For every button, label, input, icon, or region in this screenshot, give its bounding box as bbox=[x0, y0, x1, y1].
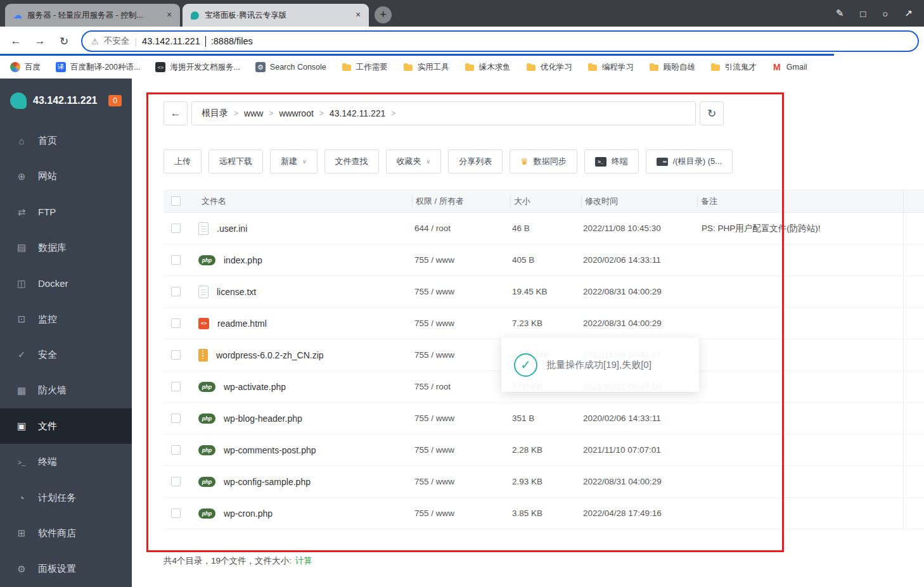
breadcrumb-separator: > bbox=[391, 109, 395, 118]
file-manager-content: ← 根目录>www>wwwroot>43.142.11.221> ↻ 上传远程下… bbox=[132, 79, 924, 587]
toolbar-upload-button[interactable]: 上传 bbox=[164, 149, 202, 174]
toolbar-terminal-button[interactable]: 终端 bbox=[584, 149, 639, 174]
file-name[interactable]: wordpress-6.0.2-zh_CN.zip bbox=[216, 350, 324, 360]
row-checkbox[interactable] bbox=[171, 319, 181, 328]
chevron-down-icon: ∨ bbox=[427, 158, 431, 165]
file-name[interactable]: index.php bbox=[224, 255, 262, 265]
toolbar-new-button[interactable]: 新建∨ bbox=[270, 149, 318, 174]
sidebar-item-settings[interactable]: ⚙面板设置 bbox=[0, 552, 132, 587]
sidebar-item-appstore[interactable]: ⊞软件商店 bbox=[0, 515, 132, 551]
sidebar-item-label: 终端 bbox=[38, 456, 57, 468]
sidebar-item-cron[interactable]: ◔计划任务 bbox=[0, 480, 132, 515]
sidebar-item-home[interactable]: ⌂首页 bbox=[0, 123, 132, 158]
sidebar-item-files[interactable]: ▣文件 bbox=[0, 408, 132, 444]
file-name[interactable]: .user.ini bbox=[217, 224, 247, 234]
file-name[interactable]: license.txt bbox=[217, 287, 256, 297]
row-checkbox[interactable] bbox=[171, 413, 181, 423]
php-file-icon bbox=[198, 255, 215, 265]
breadcrumb-item[interactable]: 43.142.11.221 bbox=[330, 108, 386, 118]
close-tab-icon[interactable]: × bbox=[164, 9, 175, 21]
breadcrumb-item[interactable]: www bbox=[244, 108, 263, 118]
gmail-icon: M bbox=[772, 62, 782, 72]
row-checkbox[interactable] bbox=[171, 477, 181, 486]
bookmark-label: 海拥开发文档服务... bbox=[170, 62, 240, 73]
server-logo[interactable]: 43.142.11.221 0 bbox=[0, 79, 132, 123]
sidebar-item-docker[interactable]: ◫Docker bbox=[0, 265, 132, 301]
row-checkbox[interactable] bbox=[171, 508, 181, 518]
file-permissions: 755 / www bbox=[412, 350, 510, 360]
sidebar-item-terminal[interactable]: >_终端 bbox=[0, 444, 132, 479]
ellipse-tool-icon[interactable]: ○ bbox=[882, 8, 888, 19]
refresh-directory-button[interactable]: ↻ bbox=[700, 101, 724, 125]
reload-icon[interactable]: ↻ bbox=[53, 30, 75, 52]
new-tab-button[interactable]: + bbox=[375, 6, 392, 23]
bookmark-item[interactable]: 百度 bbox=[10, 62, 41, 73]
row-checkbox[interactable] bbox=[171, 255, 181, 265]
file-name[interactable]: wp-config-sample.php bbox=[224, 477, 311, 487]
sidebar-item-ftp[interactable]: ⇄FTP bbox=[0, 194, 132, 230]
arrow-tool-icon[interactable]: ↗ bbox=[904, 8, 913, 19]
row-checkbox[interactable] bbox=[171, 224, 181, 233]
folder-icon bbox=[710, 62, 721, 72]
rectangle-tool-icon[interactable]: □ bbox=[860, 8, 866, 19]
toolbar-favorites-button[interactable]: 收藏夹∨ bbox=[386, 149, 442, 174]
toolbar-file-search-button[interactable]: 文件查找 bbox=[324, 149, 379, 174]
checkbox-cell bbox=[164, 287, 198, 296]
file-name[interactable]: wp-activate.php bbox=[224, 382, 286, 392]
table-row: license.txt755 / www19.45 KB2022/08/31 0… bbox=[164, 276, 924, 308]
tab-server-console[interactable]: ☁ 服务器 - 轻量应用服务器 - 控制... × bbox=[5, 4, 180, 27]
bookmark-item[interactable]: 译百度翻译-200种语... bbox=[56, 62, 140, 73]
filename-cell: wp-config-sample.php bbox=[198, 477, 412, 487]
sidebar-item-firewall[interactable]: ▦防火墙 bbox=[0, 373, 132, 408]
bookmark-item[interactable]: MGmail bbox=[772, 62, 807, 72]
sidebar-item-website[interactable]: ⊕网站 bbox=[0, 158, 132, 194]
bookmark-item[interactable]: ⚙Search Console bbox=[255, 62, 326, 72]
toolbar-button-label: 收藏夹 bbox=[397, 156, 421, 167]
toolbar-disk-root-button[interactable]: /(根目录) (5... bbox=[646, 149, 733, 174]
bookmark-item[interactable]: <>海拥开发文档服务... bbox=[155, 62, 240, 73]
select-all-checkbox[interactable] bbox=[171, 196, 181, 206]
sidebar-item-label: Docker bbox=[38, 278, 68, 289]
close-tab-icon[interactable]: × bbox=[352, 9, 364, 21]
bookmark-item[interactable]: 编程学习 bbox=[587, 62, 634, 73]
sidebar-item-security[interactable]: ✓安全 bbox=[0, 337, 132, 372]
toolbar-data-sync-button[interactable]: ♛数据同步 bbox=[510, 149, 577, 174]
bookmark-label: 实用工具 bbox=[418, 62, 449, 73]
compute-size-link[interactable]: 计算 bbox=[295, 555, 312, 567]
bookmark-item[interactable]: 实用工具 bbox=[403, 62, 449, 73]
bookmark-item[interactable]: 工作需要 bbox=[342, 62, 388, 73]
address-bar[interactable]: ⚠ 不安全 | 43.142.11.221 :8888/files bbox=[81, 30, 919, 52]
forward-icon[interactable]: → bbox=[29, 30, 51, 52]
header-mtime: 修改时间 bbox=[581, 195, 697, 208]
toolbar-remote-download-button[interactable]: 远程下载 bbox=[209, 149, 263, 174]
file-name[interactable]: wp-cron.php bbox=[224, 508, 273, 519]
bookmark-item[interactable]: 顾盼自雄 bbox=[649, 62, 695, 73]
breadcrumb-item[interactable]: 根目录 bbox=[202, 108, 228, 119]
tab-bt-panel[interactable]: 宝塔面板·腾讯云专享版 × bbox=[183, 4, 369, 27]
back-directory-button[interactable]: ← bbox=[164, 101, 188, 125]
breadcrumb-row: ← 根目录>www>wwwroot>43.142.11.221> ↻ bbox=[164, 101, 724, 125]
back-icon[interactable]: ← bbox=[5, 30, 27, 52]
file-name[interactable]: wp-comments-post.php bbox=[224, 445, 316, 455]
row-checkbox[interactable] bbox=[171, 382, 181, 391]
message-count-badge[interactable]: 0 bbox=[108, 95, 122, 106]
toolbar-share-list-button[interactable]: 分享列表 bbox=[448, 149, 503, 174]
row-checkbox[interactable] bbox=[171, 445, 181, 455]
row-checkbox[interactable] bbox=[171, 350, 181, 360]
pencil-tool-icon[interactable]: ✎ bbox=[836, 8, 844, 19]
breadcrumb-item[interactable]: wwwroot bbox=[279, 108, 313, 118]
file-permissions: 755 / root bbox=[412, 382, 510, 391]
sidebar-item-database[interactable]: ▤数据库 bbox=[0, 230, 132, 265]
checkbox-cell bbox=[164, 413, 198, 423]
sidebar-item-label: FTP bbox=[38, 206, 56, 217]
file-name[interactable]: wp-blog-header.php bbox=[224, 413, 302, 424]
toast-message: 批量操作成功[19],失败[0] bbox=[546, 359, 651, 371]
row-checkbox[interactable] bbox=[171, 287, 181, 296]
bookmark-item[interactable]: 缘木求鱼 bbox=[465, 62, 511, 73]
file-name[interactable]: readme.html bbox=[217, 319, 267, 329]
browser-tab-strip: ☁ 服务器 - 轻量应用服务器 - 控制... × 宝塔面板·腾讯云专享版 × … bbox=[0, 0, 924, 27]
sidebar-item-monitor[interactable]: ⊡监控 bbox=[0, 301, 132, 337]
monitor-icon: ⊡ bbox=[15, 313, 28, 325]
bookmark-item[interactable]: 引流鬼才 bbox=[710, 62, 757, 73]
bookmark-item[interactable]: 优化学习 bbox=[526, 62, 572, 73]
